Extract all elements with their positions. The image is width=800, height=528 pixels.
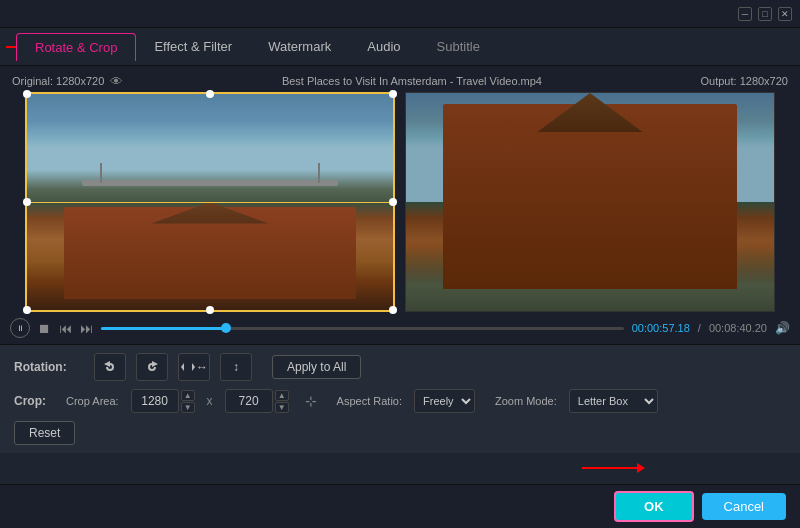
ok-button[interactable]: OK [614,491,694,522]
flip-horizontal-button[interactable]: ↔ [178,353,210,381]
height-spinners: ▲ ▼ [275,390,289,413]
bottom-arrow [582,463,645,473]
video-area: Original: 1280x720 👁 Best Places to Visi… [0,66,800,312]
crop-handle-br[interactable] [389,306,397,314]
crop-handle-mr[interactable] [389,198,397,206]
move-icon[interactable]: ⊹ [305,393,317,409]
output-label: Output: 1280x720 [701,75,788,87]
zoom-mode-label: Zoom Mode: [495,395,557,407]
crop-handle-tm[interactable] [206,90,214,98]
prev-frame-button[interactable]: ⏮ [59,321,72,336]
flip-vertical-button[interactable]: ↕ [220,353,252,381]
progress-thumb[interactable] [221,323,231,333]
rotate-left-button[interactable] [94,353,126,381]
title-bar: ─ □ ✕ [0,0,800,28]
tab-audio[interactable]: Audio [349,33,418,60]
rotate-right-button[interactable] [136,353,168,381]
controls-section: Rotation: ↔ ↕ Apply to All Crop: Crop Ar… [0,344,800,453]
height-input-group: ▲ ▼ [225,389,289,413]
filename: Best Places to Visit In Amsterdam - Trav… [282,75,542,87]
previews-container [10,92,790,312]
tabs-row: Rotate & Crop Effect & Filter Watermark … [0,28,800,66]
crop-handle-bm[interactable] [206,306,214,314]
maximize-button[interactable]: □ [758,7,772,21]
original-label: Original: 1280x720 [12,75,104,87]
aspect-ratio-label: Aspect Ratio: [337,395,402,407]
width-input[interactable] [131,389,179,413]
crop-handle-tr[interactable] [389,90,397,98]
width-input-group: ▲ ▼ [131,389,195,413]
height-up-button[interactable]: ▲ [275,390,289,401]
video-info-bar: Original: 1280x720 👁 Best Places to Visi… [10,70,790,92]
crop-handle-ml[interactable] [23,198,31,206]
preview-right [405,92,775,312]
rotation-label: Rotation: [14,360,84,374]
playback-bar: ⏸ ⏹ ⏮ ⏭ 00:00:57.18 / 00:08:40.20 🔊 [0,312,800,344]
divider-line [27,202,393,203]
width-down-button[interactable]: ▼ [181,402,195,413]
tab-watermark[interactable]: Watermark [250,33,349,60]
close-button[interactable]: ✕ [778,7,792,21]
volume-icon[interactable]: 🔊 [775,321,790,335]
minimize-button[interactable]: ─ [738,7,752,21]
aspect-ratio-select[interactable]: Freely 16:9 4:3 1:1 [414,389,475,413]
crop-area-label: Crop Area: [66,395,119,407]
next-frame-button[interactable]: ⏭ [80,321,93,336]
stop-button[interactable]: ⏹ [38,321,51,336]
crop-row: Crop: Crop Area: ▲ ▼ x ▲ ▼ ⊹ Aspect Rati… [14,389,786,413]
reset-button[interactable]: Reset [14,421,75,445]
progress-track[interactable] [101,327,624,330]
preview-left [25,92,395,312]
dimension-separator: x [207,394,213,408]
height-input[interactable] [225,389,273,413]
crop-handle-bl[interactable] [23,306,31,314]
width-spinners: ▲ ▼ [181,390,195,413]
time-separator: / [698,322,701,334]
cancel-button[interactable]: Cancel [702,493,786,520]
tab-effect-filter[interactable]: Effect & Filter [136,33,250,60]
progress-fill [101,327,226,330]
width-up-button[interactable]: ▲ [181,390,195,401]
apply-to-all-button[interactable]: Apply to All [272,355,361,379]
crop-label: Crop: [14,394,54,408]
zoom-mode-select[interactable]: Letter Box Pan & Scan Full [569,389,658,413]
eye-icon[interactable]: 👁 [110,74,123,89]
height-down-button[interactable]: ▼ [275,402,289,413]
total-time: 00:08:40.20 [709,322,767,334]
bottom-bar: OK Cancel [0,484,800,528]
current-time: 00:00:57.18 [632,322,690,334]
rotation-row: Rotation: ↔ ↕ Apply to All [14,353,786,381]
tab-rotate-crop[interactable]: Rotate & Crop [16,33,136,61]
play-pause-button[interactable]: ⏸ [10,318,30,338]
tab-subtitle[interactable]: Subtitle [419,33,498,60]
crop-handle-tl[interactable] [23,90,31,98]
